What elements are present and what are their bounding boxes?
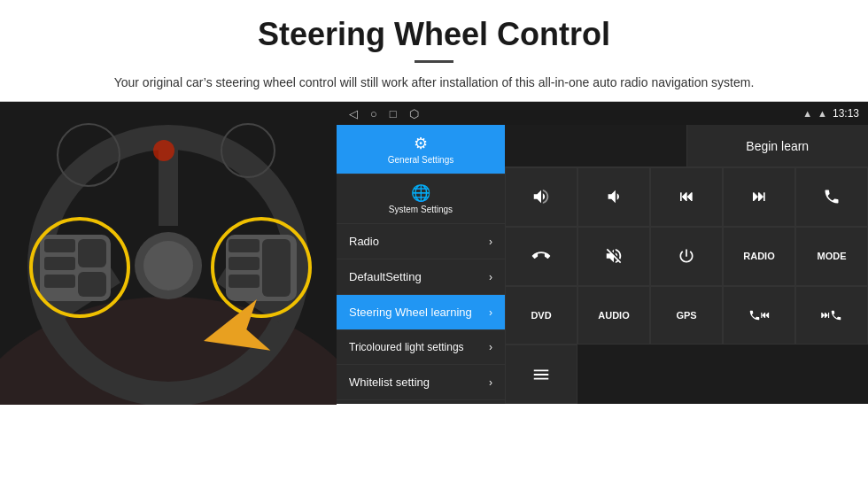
signal-icon: ▲	[818, 108, 827, 119]
menu-item-radio[interactable]: Radio ›	[337, 224, 505, 259]
menu-item-whitelist[interactable]: Whitelist setting ›	[337, 365, 505, 400]
clock: 13:13	[833, 107, 859, 120]
svg-point-24	[153, 140, 174, 161]
nav-icons: ◁ ○ □ ⬡	[345, 107, 802, 120]
svg-rect-11	[44, 275, 75, 288]
next-track-button[interactable]: ⏭	[723, 167, 795, 227]
mute-button[interactable]	[577, 227, 650, 286]
status-bar: ◁ ○ □ ⬡ ▲ ▲ 13:13	[337, 102, 868, 125]
screen-content: ⚙ General Settings 🌐 System Settings Rad…	[337, 125, 868, 404]
svg-rect-10	[44, 257, 75, 270]
tab-system-settings[interactable]: 🌐 System Settings	[337, 174, 505, 224]
menu-item-default-setting[interactable]: DefaultSetting ›	[337, 259, 505, 295]
arrow-icon-tricoloured: ›	[489, 341, 492, 353]
begin-learn-row: Begin learn	[505, 125, 868, 167]
empty-top-cell	[505, 125, 687, 167]
title-divider	[415, 60, 453, 63]
phone-prev-button[interactable]: ⏮	[723, 286, 795, 345]
home-nav-icon[interactable]: ○	[370, 107, 377, 120]
phone-next-button[interactable]: ⏭	[795, 286, 868, 345]
menu-item-steering-wheel[interactable]: Steering Wheel learning ›	[337, 295, 505, 330]
recent-nav-icon[interactable]: □	[390, 107, 397, 120]
settings-icon: ⚙	[414, 134, 428, 153]
header-section: Steering Wheel Control Your original car…	[0, 0, 868, 101]
hang-up-button[interactable]	[505, 227, 577, 286]
page-title: Steering Wheel Control	[35, 16, 833, 53]
mode-button[interactable]: MODE	[795, 227, 868, 286]
arrow-icon-radio: ›	[489, 236, 492, 248]
page-wrapper: Steering Wheel Control Your original car…	[0, 0, 868, 404]
arrow-icon-whitelist: ›	[489, 376, 492, 389]
steering-wheel-image	[0, 102, 337, 405]
phone-button[interactable]	[795, 167, 868, 227]
tab-general-settings[interactable]: ⚙ General Settings	[337, 125, 505, 174]
svg-rect-9	[44, 239, 75, 252]
audio-button[interactable]: AUDIO	[577, 286, 650, 345]
svg-rect-16	[229, 257, 260, 270]
dvd-button[interactable]: DVD	[505, 286, 577, 345]
button-grid: ⏮ ⏭	[505, 167, 868, 404]
radio-button[interactable]: RADIO	[723, 227, 795, 286]
svg-rect-15	[229, 239, 260, 252]
svg-rect-12	[78, 239, 106, 267]
vol-up-button[interactable]	[505, 167, 577, 227]
svg-point-7	[143, 241, 193, 290]
right-panel: Begin learn ⏮ ⏭	[505, 125, 868, 404]
svg-rect-13	[78, 272, 106, 297]
svg-rect-17	[229, 275, 260, 288]
back-nav-icon[interactable]: ◁	[349, 107, 358, 120]
menu-item-tricoloured[interactable]: Tricoloured light settings ›	[337, 330, 505, 365]
svg-rect-18	[262, 239, 291, 297]
begin-learn-button[interactable]: Begin learn	[687, 125, 869, 167]
vol-down-button[interactable]	[577, 167, 650, 227]
system-icon: 🌐	[411, 183, 430, 203]
list-icon-button[interactable]	[505, 345, 577, 404]
prev-track-button[interactable]: ⏮	[650, 167, 723, 227]
status-right: ▲ ▲ 13:13	[802, 107, 859, 120]
wifi-icon: ▲	[802, 108, 812, 119]
android-screen: ◁ ○ □ ⬡ ▲ ▲ 13:13 ⚙ Genera	[337, 102, 868, 404]
subtitle-text: Your original car’s steering wheel contr…	[80, 74, 788, 92]
arrow-icon-default: ›	[489, 271, 492, 283]
bottom-section: ◁ ○ □ ⬡ ▲ ▲ 13:13 ⚙ Genera	[0, 101, 868, 404]
gps-button[interactable]: GPS	[650, 286, 723, 345]
menu-nav-icon[interactable]: ⬡	[409, 107, 419, 120]
arrow-icon-steering: ›	[489, 306, 492, 319]
left-menu: ⚙ General Settings 🌐 System Settings Rad…	[337, 125, 505, 404]
power-button[interactable]	[650, 227, 723, 286]
